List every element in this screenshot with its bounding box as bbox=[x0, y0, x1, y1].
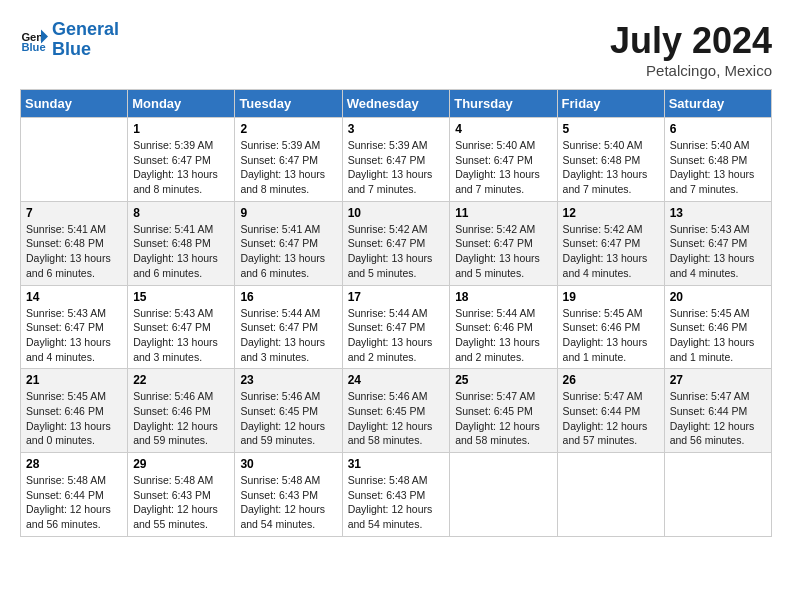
day-number: 1 bbox=[133, 122, 229, 136]
calendar-cell: 26Sunrise: 5:47 AM Sunset: 6:44 PM Dayli… bbox=[557, 369, 664, 453]
day-number: 28 bbox=[26, 457, 122, 471]
calendar-cell bbox=[450, 453, 557, 537]
calendar-cell: 6Sunrise: 5:40 AM Sunset: 6:48 PM Daylig… bbox=[664, 118, 771, 202]
calendar-cell: 18Sunrise: 5:44 AM Sunset: 6:46 PM Dayli… bbox=[450, 285, 557, 369]
calendar-cell: 1Sunrise: 5:39 AM Sunset: 6:47 PM Daylig… bbox=[128, 118, 235, 202]
day-number: 20 bbox=[670, 290, 766, 304]
day-number: 4 bbox=[455, 122, 551, 136]
calendar-cell: 5Sunrise: 5:40 AM Sunset: 6:48 PM Daylig… bbox=[557, 118, 664, 202]
day-of-week-header: Thursday bbox=[450, 90, 557, 118]
day-number: 2 bbox=[240, 122, 336, 136]
calendar-cell: 22Sunrise: 5:46 AM Sunset: 6:46 PM Dayli… bbox=[128, 369, 235, 453]
calendar-cell: 28Sunrise: 5:48 AM Sunset: 6:44 PM Dayli… bbox=[21, 453, 128, 537]
month-title: July 2024 bbox=[610, 20, 772, 62]
day-number: 7 bbox=[26, 206, 122, 220]
calendar-cell: 2Sunrise: 5:39 AM Sunset: 6:47 PM Daylig… bbox=[235, 118, 342, 202]
calendar-table: SundayMondayTuesdayWednesdayThursdayFrid… bbox=[20, 89, 772, 537]
calendar-body: 1Sunrise: 5:39 AM Sunset: 6:47 PM Daylig… bbox=[21, 118, 772, 537]
calendar-cell: 19Sunrise: 5:45 AM Sunset: 6:46 PM Dayli… bbox=[557, 285, 664, 369]
day-of-week-header: Tuesday bbox=[235, 90, 342, 118]
day-header-row: SundayMondayTuesdayWednesdayThursdayFrid… bbox=[21, 90, 772, 118]
calendar-cell: 29Sunrise: 5:48 AM Sunset: 6:43 PM Dayli… bbox=[128, 453, 235, 537]
calendar-week-row: 14Sunrise: 5:43 AM Sunset: 6:47 PM Dayli… bbox=[21, 285, 772, 369]
calendar-week-row: 1Sunrise: 5:39 AM Sunset: 6:47 PM Daylig… bbox=[21, 118, 772, 202]
calendar-week-row: 7Sunrise: 5:41 AM Sunset: 6:48 PM Daylig… bbox=[21, 201, 772, 285]
day-info: Sunrise: 5:41 AM Sunset: 6:48 PM Dayligh… bbox=[133, 222, 229, 281]
calendar-week-row: 21Sunrise: 5:45 AM Sunset: 6:46 PM Dayli… bbox=[21, 369, 772, 453]
page-header: Gen Blue General Blue July 2024 Petalcin… bbox=[20, 20, 772, 79]
day-info: Sunrise: 5:45 AM Sunset: 6:46 PM Dayligh… bbox=[26, 389, 122, 448]
svg-text:Blue: Blue bbox=[21, 41, 45, 53]
day-number: 29 bbox=[133, 457, 229, 471]
day-info: Sunrise: 5:44 AM Sunset: 6:46 PM Dayligh… bbox=[455, 306, 551, 365]
calendar-cell: 11Sunrise: 5:42 AM Sunset: 6:47 PM Dayli… bbox=[450, 201, 557, 285]
day-of-week-header: Wednesday bbox=[342, 90, 450, 118]
day-info: Sunrise: 5:40 AM Sunset: 6:48 PM Dayligh… bbox=[563, 138, 659, 197]
day-number: 30 bbox=[240, 457, 336, 471]
day-info: Sunrise: 5:48 AM Sunset: 6:43 PM Dayligh… bbox=[133, 473, 229, 532]
day-number: 25 bbox=[455, 373, 551, 387]
calendar-cell bbox=[21, 118, 128, 202]
day-number: 16 bbox=[240, 290, 336, 304]
title-block: July 2024 Petalcingo, Mexico bbox=[610, 20, 772, 79]
day-info: Sunrise: 5:48 AM Sunset: 6:43 PM Dayligh… bbox=[348, 473, 445, 532]
calendar-cell: 27Sunrise: 5:47 AM Sunset: 6:44 PM Dayli… bbox=[664, 369, 771, 453]
day-number: 13 bbox=[670, 206, 766, 220]
calendar-cell: 16Sunrise: 5:44 AM Sunset: 6:47 PM Dayli… bbox=[235, 285, 342, 369]
day-of-week-header: Monday bbox=[128, 90, 235, 118]
day-info: Sunrise: 5:39 AM Sunset: 6:47 PM Dayligh… bbox=[133, 138, 229, 197]
day-of-week-header: Friday bbox=[557, 90, 664, 118]
day-number: 12 bbox=[563, 206, 659, 220]
day-info: Sunrise: 5:48 AM Sunset: 6:44 PM Dayligh… bbox=[26, 473, 122, 532]
day-info: Sunrise: 5:46 AM Sunset: 6:45 PM Dayligh… bbox=[348, 389, 445, 448]
calendar-cell: 7Sunrise: 5:41 AM Sunset: 6:48 PM Daylig… bbox=[21, 201, 128, 285]
day-number: 3 bbox=[348, 122, 445, 136]
location: Petalcingo, Mexico bbox=[610, 62, 772, 79]
day-number: 10 bbox=[348, 206, 445, 220]
day-number: 27 bbox=[670, 373, 766, 387]
calendar-cell: 30Sunrise: 5:48 AM Sunset: 6:43 PM Dayli… bbox=[235, 453, 342, 537]
day-info: Sunrise: 5:42 AM Sunset: 6:47 PM Dayligh… bbox=[563, 222, 659, 281]
calendar-cell: 14Sunrise: 5:43 AM Sunset: 6:47 PM Dayli… bbox=[21, 285, 128, 369]
calendar-cell: 21Sunrise: 5:45 AM Sunset: 6:46 PM Dayli… bbox=[21, 369, 128, 453]
day-info: Sunrise: 5:40 AM Sunset: 6:48 PM Dayligh… bbox=[670, 138, 766, 197]
calendar-cell bbox=[664, 453, 771, 537]
day-info: Sunrise: 5:40 AM Sunset: 6:47 PM Dayligh… bbox=[455, 138, 551, 197]
day-number: 6 bbox=[670, 122, 766, 136]
day-info: Sunrise: 5:42 AM Sunset: 6:47 PM Dayligh… bbox=[455, 222, 551, 281]
day-info: Sunrise: 5:45 AM Sunset: 6:46 PM Dayligh… bbox=[670, 306, 766, 365]
calendar-cell: 9Sunrise: 5:41 AM Sunset: 6:47 PM Daylig… bbox=[235, 201, 342, 285]
day-info: Sunrise: 5:46 AM Sunset: 6:45 PM Dayligh… bbox=[240, 389, 336, 448]
day-number: 23 bbox=[240, 373, 336, 387]
day-number: 19 bbox=[563, 290, 659, 304]
calendar-cell: 23Sunrise: 5:46 AM Sunset: 6:45 PM Dayli… bbox=[235, 369, 342, 453]
day-info: Sunrise: 5:47 AM Sunset: 6:44 PM Dayligh… bbox=[563, 389, 659, 448]
day-info: Sunrise: 5:41 AM Sunset: 6:47 PM Dayligh… bbox=[240, 222, 336, 281]
logo: Gen Blue General Blue bbox=[20, 20, 119, 60]
calendar-cell: 8Sunrise: 5:41 AM Sunset: 6:48 PM Daylig… bbox=[128, 201, 235, 285]
day-number: 11 bbox=[455, 206, 551, 220]
day-info: Sunrise: 5:47 AM Sunset: 6:44 PM Dayligh… bbox=[670, 389, 766, 448]
day-info: Sunrise: 5:39 AM Sunset: 6:47 PM Dayligh… bbox=[240, 138, 336, 197]
day-number: 22 bbox=[133, 373, 229, 387]
day-of-week-header: Saturday bbox=[664, 90, 771, 118]
day-of-week-header: Sunday bbox=[21, 90, 128, 118]
day-info: Sunrise: 5:46 AM Sunset: 6:46 PM Dayligh… bbox=[133, 389, 229, 448]
calendar-header: SundayMondayTuesdayWednesdayThursdayFrid… bbox=[21, 90, 772, 118]
logo-icon: Gen Blue bbox=[20, 26, 48, 54]
day-info: Sunrise: 5:43 AM Sunset: 6:47 PM Dayligh… bbox=[133, 306, 229, 365]
day-info: Sunrise: 5:43 AM Sunset: 6:47 PM Dayligh… bbox=[26, 306, 122, 365]
day-number: 26 bbox=[563, 373, 659, 387]
day-info: Sunrise: 5:44 AM Sunset: 6:47 PM Dayligh… bbox=[348, 306, 445, 365]
logo-text: General Blue bbox=[52, 20, 119, 60]
calendar-cell: 3Sunrise: 5:39 AM Sunset: 6:47 PM Daylig… bbox=[342, 118, 450, 202]
day-number: 5 bbox=[563, 122, 659, 136]
day-number: 15 bbox=[133, 290, 229, 304]
day-number: 24 bbox=[348, 373, 445, 387]
day-number: 17 bbox=[348, 290, 445, 304]
calendar-cell: 24Sunrise: 5:46 AM Sunset: 6:45 PM Dayli… bbox=[342, 369, 450, 453]
day-number: 18 bbox=[455, 290, 551, 304]
day-number: 31 bbox=[348, 457, 445, 471]
day-info: Sunrise: 5:47 AM Sunset: 6:45 PM Dayligh… bbox=[455, 389, 551, 448]
calendar-cell: 10Sunrise: 5:42 AM Sunset: 6:47 PM Dayli… bbox=[342, 201, 450, 285]
